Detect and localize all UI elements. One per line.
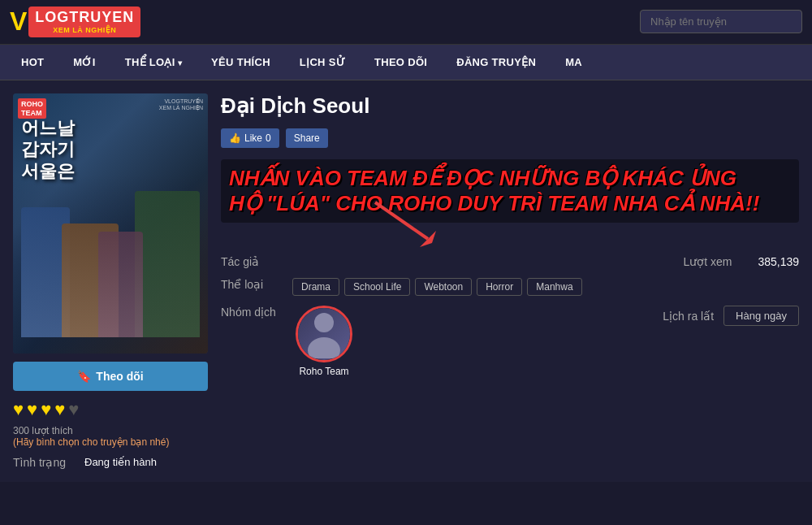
avatar-svg: [304, 310, 344, 358]
info-section: Tác giả Lượt xem 385,139 Thể loại Drama …: [221, 255, 799, 377]
like-count: 0: [266, 132, 271, 144]
nav-item-the-loai[interactable]: THỂ LOẠI: [110, 45, 197, 80]
tac-gia-label: Tác giả: [221, 255, 286, 268]
follow-button[interactable]: 🔖 Theo dõi: [13, 362, 208, 391]
lich-ra-mat-value: Hàng ngày: [723, 306, 799, 326]
manga-cover: ROHO TEAM VLOGTRUYẾNXEM LÀ NGHIỆN 어느날갑자기…: [13, 93, 208, 354]
like-button[interactable]: 👍 Like 0: [221, 128, 279, 148]
genre-horror[interactable]: Horror: [477, 278, 522, 296]
tac-gia-luot-xem-row: Tác giả Lượt xem 385,139: [221, 255, 799, 268]
social-row: 👍 Like 0 Share: [221, 128, 799, 148]
genre-tags: Drama School Life Webtoon Horror Manhwa: [292, 278, 582, 296]
heart-3[interactable]: ♥: [41, 399, 51, 420]
bookmark-icon: 🔖: [77, 370, 91, 383]
nav-item-dang-truyen[interactable]: ĐĂNG TRUYỆN: [442, 45, 551, 80]
svg-line-0: [375, 202, 428, 239]
promo-text-2: HỘ "LÚA" CHO ROHO DUY TRÌ TEAM NHA CẢ NH…: [229, 191, 791, 216]
genre-school-life[interactable]: School Life: [344, 278, 410, 296]
nhom-dich-label: Nhóm dịch: [221, 306, 286, 319]
heart-5[interactable]: ♥: [68, 399, 79, 420]
logo-top: LOGTRUYEN: [35, 10, 134, 26]
nav-item-lich-su[interactable]: LỊCH SỬ: [285, 45, 360, 80]
search-input[interactable]: [640, 10, 802, 33]
left-panel: ROHO TEAM VLOGTRUYẾNXEM LÀ NGHIỆN 어느날갑자기…: [13, 93, 208, 469]
nav-item-yeu-thich[interactable]: YÊU THÍCH: [197, 45, 285, 80]
the-loai-label: Thể loại: [221, 278, 286, 291]
nav-item-hot[interactable]: HOT: [6, 45, 58, 80]
rating-vote-link[interactable]: (Hãy bình chọn cho truyện bạn nhé): [13, 436, 169, 448]
like-label: Like: [244, 132, 262, 144]
logo[interactable]: V LOGTRUYEN XEM LÀ NGHIỆN: [10, 7, 140, 37]
group-container[interactable]: Roho Team: [296, 306, 352, 377]
main-content: ROHO TEAM VLOGTRUYẾNXEM LÀ NGHIỆN 어느날갑자기…: [0, 80, 812, 482]
share-button[interactable]: Share: [286, 128, 328, 148]
lich-ra-mat-container: Lịch ra lất Hàng ngày: [663, 306, 799, 326]
the-loai-row: Thể loại Drama School Life Webtoon Horro…: [221, 278, 799, 296]
navigation: HOT MỚI THỂ LOẠI YÊU THÍCH LỊCH SỬ THEO …: [0, 45, 812, 80]
nav-item-moi[interactable]: MỚI: [58, 45, 110, 80]
right-panel: Đại Dịch Seoul 👍 Like 0 Share NHẤN VÀO T…: [221, 93, 799, 469]
heart-2[interactable]: ♥: [27, 399, 37, 420]
rating-count: 300 lượt thích: [13, 425, 73, 436]
group-name: Roho Team: [299, 366, 348, 377]
avatar-image: [298, 308, 350, 360]
genre-webtoon[interactable]: Webtoon: [415, 278, 472, 296]
promo-text-1: NHẤN VÀO TEAM ĐỂ ĐỌC NHỮNG BỘ KHÁC ỦNG: [229, 166, 791, 191]
tinh-trang-value: Đang tiến hành: [84, 456, 157, 469]
header: V LOGTRUYEN XEM LÀ NGHIỆN: [0, 0, 812, 45]
svg-point-2: [314, 313, 334, 332]
nhom-dich-lich-row: Nhóm dịch Roho Team: [221, 306, 799, 377]
genre-manhwa[interactable]: Manhwa: [527, 278, 581, 296]
cover-image: ROHO TEAM VLOGTRUYẾNXEM LÀ NGHIỆN 어느날갑자기…: [13, 93, 208, 354]
lich-ra-mat-label: Lịch ra lất: [663, 310, 714, 323]
manga-title: Đại Dịch Seoul: [221, 93, 799, 119]
cover-label: ROHO TEAM: [18, 98, 46, 119]
nav-item-theo-doi[interactable]: THEO DÕI: [360, 45, 442, 80]
follow-label: Theo dõi: [96, 370, 143, 383]
search-box[interactable]: [640, 10, 802, 33]
cover-watermark: VLOGTRUYẾNXEM LÀ NGHIỆN: [159, 98, 203, 111]
group-avatar: [296, 306, 352, 362]
svg-point-3: [308, 337, 340, 358]
luot-xem-value: 385,139: [758, 255, 799, 268]
thumbs-up-icon: 👍: [229, 132, 241, 144]
genre-drama[interactable]: Drama: [292, 278, 339, 296]
logo-v: V: [10, 7, 27, 37]
promo-banner: NHẤN VÀO TEAM ĐỂ ĐỌC NHỮNG BỘ KHÁC ỦNG H…: [221, 159, 799, 223]
heart-4[interactable]: ♥: [54, 399, 65, 420]
logo-box: LOGTRUYEN XEM LÀ NGHIỆN: [28, 7, 140, 37]
status-row: Tình trạng Đang tiến hành: [13, 456, 208, 469]
cover-title-korean: 어느날갑자기서울은: [21, 118, 75, 182]
rating-stars: ♥ ♥ ♥ ♥ ♥: [13, 399, 208, 420]
logo-bottom: XEM LÀ NGHIỆN: [53, 26, 116, 34]
luot-xem-label: Lượt xem: [683, 255, 748, 268]
tinh-trang-label: Tình trạng: [13, 456, 78, 469]
promo-arrow-icon: [367, 194, 448, 251]
rating-info: 300 lượt thích (Hãy bình chọn cho truyện…: [13, 425, 208, 448]
nav-item-ma[interactable]: MA: [551, 45, 597, 80]
heart-1[interactable]: ♥: [13, 399, 24, 420]
